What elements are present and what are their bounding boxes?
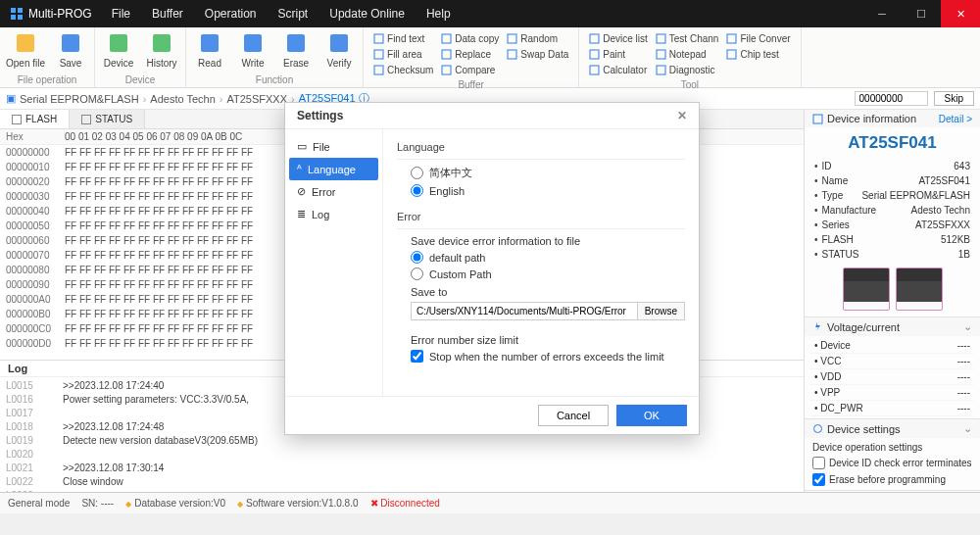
dlg-nav-log[interactable]: ≣Log	[289, 203, 378, 225]
tool-random[interactable]: Random	[507, 31, 568, 46]
ribbon-group-tool: Device listPaintCalculatorTest ChannNote…	[579, 27, 801, 87]
open-file-button[interactable]: Open file	[6, 29, 45, 69]
home-icon[interactable]: ▣	[6, 92, 16, 105]
tool-calculator[interactable]: Calculator	[589, 63, 648, 77]
svg-rect-13	[374, 50, 383, 59]
lang-cn-radio[interactable]: 简体中文	[411, 166, 685, 180]
svg-rect-10	[287, 34, 305, 52]
svg-rect-27	[727, 50, 736, 59]
skip-button[interactable]: Skip	[934, 91, 974, 106]
tool-checksum[interactable]: Checksum	[373, 63, 433, 77]
address-input[interactable]	[855, 91, 928, 106]
tab-flash[interactable]: FLASH	[0, 110, 70, 128]
maximize-button[interactable]: ☐	[902, 0, 941, 27]
cancel-button[interactable]: Cancel	[538, 405, 609, 426]
tool-replace[interactable]: Replace	[441, 47, 499, 62]
menu-help[interactable]: Help	[416, 0, 461, 27]
hex-head-label: Hex	[6, 131, 65, 142]
bc-item[interactable]: AT25SFXXX	[226, 93, 287, 105]
close-button[interactable]: ✕	[941, 0, 980, 27]
device-button[interactable]: Device	[101, 29, 136, 69]
dev-row-flash: FLASH512KB	[805, 232, 980, 247]
erase-icon	[282, 29, 310, 57]
device-info-head[interactable]: Device information Detail >	[805, 110, 980, 127]
volt-vcc: • VCC----	[810, 354, 974, 369]
dialog-close-button[interactable]: ✕	[677, 109, 687, 122]
bc-item[interactable]: Adesto Techn	[150, 93, 215, 105]
write-button[interactable]: Write	[235, 29, 270, 69]
app-logo: Multi-PROG	[0, 7, 102, 21]
default-path-radio[interactable]: default path	[411, 251, 685, 264]
menu-file[interactable]: File	[102, 0, 140, 27]
right-column: Device information Detail > AT25SF041 ID…	[804, 110, 980, 492]
svg-rect-19	[508, 50, 516, 59]
svg-rect-4	[17, 34, 34, 52]
menu-update-online[interactable]: Update Online	[319, 0, 415, 27]
tool-fill-area[interactable]: Fill area	[373, 47, 433, 62]
svg-rect-11	[330, 34, 348, 52]
browse-button[interactable]: Browse	[638, 302, 685, 320]
svg-rect-17	[442, 66, 451, 74]
read-button[interactable]: Read	[192, 29, 227, 69]
save-path-input[interactable]	[411, 302, 638, 320]
volt-dc_pwr: • DC_PWR----	[810, 401, 974, 416]
chevron-down-icon: ⌄	[963, 320, 972, 333]
checkbox[interactable]	[812, 457, 825, 469]
history-button[interactable]: History	[144, 29, 179, 69]
tool-compare[interactable]: Compare	[441, 63, 499, 77]
tab-status[interactable]: STATUS	[70, 110, 145, 128]
voltage-head[interactable]: Voltage/current ⌄	[805, 317, 980, 336]
device-thumb[interactable]	[896, 268, 943, 311]
menu-operation[interactable]: Operation	[195, 0, 267, 27]
dlg-nav-language[interactable]: ᴬLanguage	[289, 158, 378, 180]
checkbox[interactable]	[812, 473, 825, 486]
bc-item[interactable]: Serial EEPROM&FLASH	[20, 93, 139, 105]
tool-notepad[interactable]: Notepad	[656, 47, 719, 62]
device-settings-head[interactable]: Device settings ⌄	[805, 419, 980, 438]
tool-device-list[interactable]: Device list	[589, 31, 648, 46]
connection-status: ✖ Disconnected	[370, 498, 440, 509]
limit-checkbox[interactable]: Stop when the number of errors exceeds t…	[411, 350, 685, 363]
erase-button[interactable]: Erase	[278, 29, 314, 69]
svg-rect-16	[442, 50, 451, 59]
svg-rect-15	[442, 34, 451, 43]
save-to-label: Save to	[411, 286, 685, 298]
save-info-label: Save device error information to file	[411, 235, 685, 247]
svg-rect-14	[374, 66, 383, 74]
ok-button[interactable]: OK	[616, 405, 687, 426]
dlg-nav-file[interactable]: ▭File	[289, 135, 378, 158]
save-button[interactable]: Save	[53, 29, 88, 69]
device-thumb[interactable]	[843, 268, 890, 311]
setting-id-check[interactable]: Device ID check error terminates the op	[810, 455, 974, 471]
dlg-nav-error[interactable]: ⊘Error	[289, 180, 378, 203]
history-icon	[148, 29, 175, 57]
tool-swap-data[interactable]: Swap Data	[507, 47, 568, 62]
lang-en-radio[interactable]: English	[411, 184, 685, 197]
tool-chip-test[interactable]: Chip test	[726, 47, 790, 62]
menu-script[interactable]: Script	[269, 0, 318, 27]
custom-path-radio[interactable]: Custom Path	[411, 268, 685, 280]
log-line: L0019Detecte new version databaseV3(209.…	[6, 434, 798, 448]
log-line: L0020	[6, 448, 798, 462]
mode-label: General mode	[8, 498, 70, 509]
tool-diagnostic[interactable]: Diagnostic	[656, 63, 719, 77]
volt-vpp: • VPP----	[810, 385, 974, 401]
tool-paint[interactable]: Paint	[589, 47, 648, 62]
tool-data-copy[interactable]: Data copy	[441, 31, 499, 46]
error-icon: ⊘	[297, 185, 306, 198]
svg-rect-1	[18, 8, 23, 13]
dev-row-id: ID643	[805, 159, 980, 173]
setting-erase-before[interactable]: Erase before programming	[810, 471, 974, 488]
statusbar: General mode SN: ---- Database version:V…	[0, 492, 980, 513]
tool-file-conver[interactable]: File Conver	[726, 31, 790, 46]
dialog-nav: ▭FileᴬLanguage⊘Error≣Log	[285, 129, 383, 396]
svg-rect-21	[590, 50, 599, 59]
tool-find-text[interactable]: Find text	[373, 31, 433, 46]
detail-link[interactable]: Detail >	[939, 114, 972, 124]
ribbon-group-buffer: Find textFill areaChecksumData copyRepla…	[364, 27, 579, 87]
tool-test-chann[interactable]: Test Chann	[656, 31, 719, 46]
menu-buffer[interactable]: Buffer	[142, 0, 193, 27]
verify-button[interactable]: Verify	[321, 29, 357, 69]
svg-rect-25	[657, 66, 665, 74]
minimize-button[interactable]: ─	[862, 0, 902, 27]
